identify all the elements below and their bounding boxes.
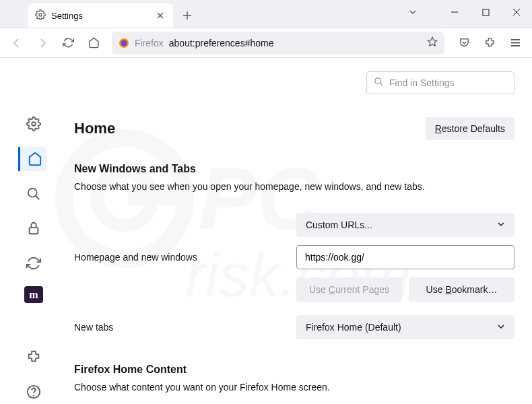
section-home-content-heading: Firefox Home Content [74,364,514,376]
settings-main: Find in Settings Home Restore Defaults N… [67,58,532,404]
use-current-pages-button: Use Current Pages [296,277,402,302]
browser-tab[interactable]: Settings [28,3,173,28]
toolbar: Firefox about:preferences#home [0,28,532,58]
restore-defaults-button[interactable]: Restore Defaults [426,117,514,140]
gear-icon [35,9,46,22]
reload-button[interactable] [57,32,79,55]
section-new-windows-heading: New Windows and Tabs [74,163,514,175]
homepage-url-input[interactable] [296,245,514,269]
use-bookmark-button[interactable]: Use Bookmark… [409,277,514,302]
svg-marker-9 [428,37,436,46]
new-tab-button[interactable] [177,5,197,26]
maximize-button[interactable] [470,0,501,24]
section-new-windows-desc: Choose what you see when you open your h… [74,180,514,194]
urlbar-brand: Firefox [135,38,164,48]
sidebar-item-help[interactable] [20,380,47,404]
close-tab-button[interactable] [154,9,166,22]
window-controls [397,0,532,24]
svg-point-14 [34,395,34,396]
find-placeholder: Find in Settings [389,77,455,88]
urlbar-url: about:preferences#home [169,38,274,48]
newtabs-select-value: Firefox Home (Default) [306,322,401,333]
sidebar-item-general[interactable] [20,112,47,136]
svg-point-11 [28,188,37,197]
home-button[interactable] [82,32,105,55]
newtabs-label: New tabs [74,322,296,333]
sidebar-item-home[interactable] [18,147,47,171]
page-title: Home [74,120,115,137]
sidebar-item-m[interactable]: m [24,286,43,303]
firefox-logo-icon [119,38,129,48]
svg-point-15 [375,78,381,84]
tab-title: Settings [51,11,83,21]
minimize-button[interactable] [439,0,470,24]
svg-rect-12 [30,228,38,234]
chevron-down-icon [497,322,505,333]
back-button [5,32,28,55]
homepage-select[interactable]: Custom URLs... [296,213,514,237]
app-menu-button[interactable] [504,32,527,55]
sidebar-item-privacy[interactable] [20,217,47,241]
sidebar-item-sync[interactable] [20,251,47,275]
svg-point-10 [32,122,36,126]
sidebar-item-search[interactable] [20,182,47,206]
svg-point-8 [121,40,127,46]
search-icon [374,77,384,89]
settings-sidebar: m [0,58,67,404]
bookmark-star-icon[interactable] [427,36,438,49]
svg-rect-6 [483,9,489,15]
forward-button [31,32,54,55]
homepage-select-value: Custom URLs... [306,220,372,230]
tablist-button[interactable] [397,0,428,24]
sidebar-item-extensions[interactable] [20,345,47,369]
extensions-button[interactable] [478,32,501,55]
pocket-button[interactable] [453,32,475,55]
close-window-button[interactable] [501,0,532,24]
section-home-content-desc: Choose what content you want on your Fir… [74,381,514,395]
chevron-down-icon [497,220,505,230]
find-in-settings[interactable]: Find in Settings [366,71,514,94]
homepage-label: Homepage and new windows [74,252,296,263]
titlebar: Settings [0,0,532,28]
newtabs-select[interactable]: Firefox Home (Default) [296,315,514,339]
svg-point-5 [39,13,42,16]
url-bar[interactable]: Firefox about:preferences#home [112,32,444,55]
